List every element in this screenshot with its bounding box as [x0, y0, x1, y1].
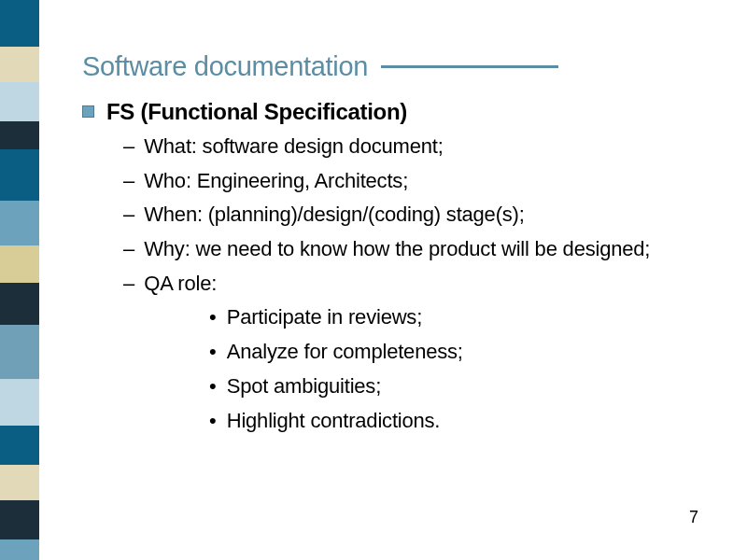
- list-item-text: What: software design document;: [144, 133, 443, 161]
- level2-group: – What: software design document; – Who:…: [123, 133, 710, 434]
- stripe: [0, 82, 39, 121]
- dot-bullet-icon: •: [209, 407, 217, 435]
- stripe: [0, 500, 39, 539]
- list-item-text: When: (planning)/design/(coding) stage(s…: [144, 201, 524, 229]
- page-number: 7: [689, 508, 698, 527]
- list-item-text: Spot ambiguities;: [227, 372, 381, 400]
- list-item-text: Analyze for completeness;: [227, 338, 463, 366]
- stripe: [0, 0, 39, 47]
- list-item: • Highlight contradictions.: [209, 407, 710, 435]
- dot-bullet-icon: •: [209, 372, 217, 400]
- level3-group: • Participate in reviews; • Analyze for …: [209, 303, 710, 434]
- list-item-text: Highlight contradictions.: [227, 407, 441, 435]
- dot-bullet-icon: •: [209, 338, 217, 366]
- list-item: – Who: Engineering, Architects;: [123, 167, 710, 195]
- dash-bullet-icon: –: [123, 235, 134, 263]
- stripe: [0, 149, 39, 201]
- list-item: – Why: we need to know how the product w…: [123, 235, 710, 263]
- stripe: [0, 426, 39, 465]
- stripe: [0, 325, 39, 379]
- list-item: • Participate in reviews;: [209, 303, 710, 331]
- list-item-text: QA role:: [144, 270, 217, 298]
- list-item-text: Why: we need to know how the product wil…: [144, 235, 650, 263]
- bullet-level1: FS (Functional Specification): [82, 99, 710, 125]
- stripe: [0, 245, 39, 283]
- list-item: – QA role:: [123, 270, 710, 298]
- list-item-text: Participate in reviews;: [227, 303, 422, 331]
- list-item: – What: software design document;: [123, 133, 710, 161]
- stripe: [0, 47, 39, 82]
- title-rule: [381, 65, 558, 68]
- dot-bullet-icon: •: [209, 303, 217, 331]
- stripe: [0, 121, 39, 149]
- decorative-sidebar: [0, 0, 39, 560]
- square-bullet-icon: [82, 105, 94, 118]
- stripe: [0, 201, 39, 245]
- stripe: [0, 465, 39, 500]
- list-item-text: Who: Engineering, Architects;: [144, 167, 408, 195]
- dash-bullet-icon: –: [123, 133, 134, 161]
- slide-content: Software documentation FS (Functional Sp…: [82, 51, 710, 441]
- list-item: – When: (planning)/design/(coding) stage…: [123, 201, 710, 229]
- stripe: [0, 379, 39, 426]
- stripe: [0, 283, 39, 325]
- slide-title: Software documentation: [82, 51, 368, 82]
- dash-bullet-icon: –: [123, 201, 134, 229]
- list-item: • Analyze for completeness;: [209, 338, 710, 366]
- dash-bullet-icon: –: [123, 270, 134, 298]
- stripe: [0, 539, 39, 560]
- dash-bullet-icon: –: [123, 167, 134, 195]
- title-row: Software documentation: [82, 51, 710, 82]
- list-item: • Spot ambiguities;: [209, 372, 710, 400]
- heading-text: FS (Functional Specification): [106, 99, 407, 125]
